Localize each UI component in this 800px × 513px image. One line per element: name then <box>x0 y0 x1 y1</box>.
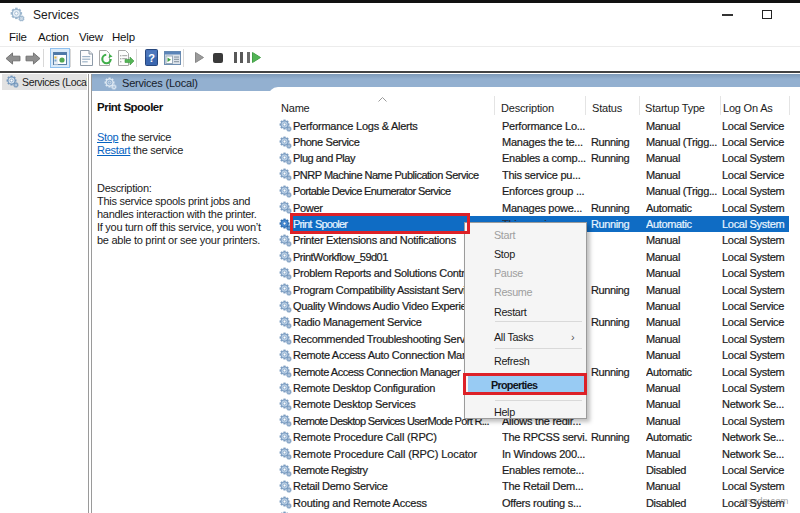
svg-text:?: ? <box>148 52 155 64</box>
